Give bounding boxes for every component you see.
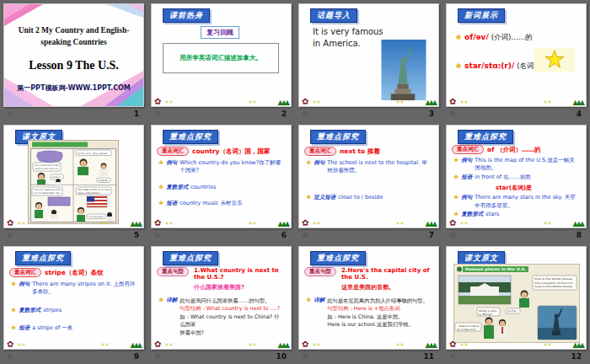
keyword-headline: of （介词）……的 <box>487 146 541 154</box>
row-text: stars <box>485 211 579 218</box>
slide-cell-3: 话题导入 It is very famous in America. <box>295 0 442 121</box>
flower-decoration-icon: ✿ <box>302 219 308 228</box>
section-header-badge: 重难点探究 <box>163 130 218 144</box>
sentence-headline: 2.Here's the capital city of the U.S. <box>341 267 433 281</box>
sparkle-decoration-icon: ⁎⁎ <box>396 220 405 227</box>
grass-decoration-icon: ▲▲▲ <box>573 99 583 106</box>
row-label: 例句 <box>19 281 30 288</box>
star-bullet-icon: ★ <box>455 33 462 41</box>
famous-text-line1: It is very famous <box>313 27 384 36</box>
slide-thumbnail-9[interactable]: 重难点探究 重点词汇 stripe（名词）条纹 ★ 例句 There are m… <box>3 246 144 350</box>
row-label: 例句 <box>461 157 472 164</box>
slide-thumbnail-11[interactable]: 重难点探究 重点句型 2.Here's the capital city of … <box>298 246 439 350</box>
girl-character <box>519 298 529 308</box>
sparkle-decoration-icon: ⁎⁎ <box>249 99 257 105</box>
row-text: countries <box>190 184 284 191</box>
slide-thumbnail-2[interactable]: 课前热身 复习回顾 用所学英语词汇描述加拿大。 ✿ ⁎⁎ ⁎⁎ ▲▲▲ <box>151 3 292 107</box>
row-label: 短语 <box>19 324 30 332</box>
slide-thumbnail-7[interactable]: 重难点探究 重点词汇 next to 挨着 ★ 例句 The school is… <box>298 125 439 228</box>
svg-text:stars and stripes.: stars and stripes. <box>78 192 101 195</box>
slide-thumbnail-5[interactable]: 课文原文 This is a map of the U.S. What coun… <box>3 125 144 228</box>
svg-text:Li Ming?: Li Ming? <box>479 313 493 316</box>
textbook-page-image: Famous places in the U.S. This is the Wh… <box>453 264 580 343</box>
slide-thumbnail-12[interactable]: 课文原文 Famous places in the U.S. This is t… <box>446 246 587 350</box>
sparkle-decoration-icon: ⁎⁎ <box>18 220 26 227</box>
sub-headline: star(名词)星 <box>496 184 586 192</box>
flower-decoration-icon: ✿ <box>154 340 161 349</box>
girl-character <box>78 167 88 175</box>
animation-indicator-icon[interactable]: ☆ <box>154 108 161 120</box>
row-text: There are many stripes on it. 上面有许多条纹。 <box>32 281 137 297</box>
sparkle-decoration-icon: ⁎⁎ <box>165 220 174 227</box>
section-header-badge: 课前热身 <box>163 8 210 23</box>
slide-number: 9 <box>134 351 139 362</box>
textbook-comic-image: This is a map of the U.S. What country i… <box>28 140 119 224</box>
svg-text:country is next to the U.S.?: country is next to the U.S.? <box>35 168 60 170</box>
flower-decoration-icon: ✿ <box>154 219 161 228</box>
animation-indicator-icon[interactable]: ☆ <box>7 108 13 120</box>
row-text: in front of 在……前面 <box>475 174 579 181</box>
keyword-badge: 重点词汇 <box>157 147 189 156</box>
sparkle-decoration-icon: ⁎⁎ <box>18 341 26 348</box>
slide-thumbnail-8[interactable]: 重难点探究 重点词汇 of （介词）……的 ★ 例句 This is the m… <box>446 125 587 228</box>
slide-cell-6: 重难点探究 重点词汇 country（名词）国，国家 ★ 例句 Which co… <box>148 121 295 243</box>
row-text: a stripe of 一条 <box>32 324 137 332</box>
row-text: Which country do you know?你了解哪个国家? <box>180 159 284 175</box>
row-label: 详解 <box>314 297 324 304</box>
slide-thumbnail-10[interactable]: 重难点探究 重点句型 1.What country is next to the… <box>151 246 292 350</box>
girl-character <box>35 210 43 218</box>
flower-decoration-icon: ✿ <box>449 340 456 349</box>
animation-indicator-icon[interactable]: ☆ <box>302 229 308 241</box>
svg-text:Canada. It's...: Canada. It's... <box>52 176 62 179</box>
lesson-title: Lesson 9 The U.S. <box>4 59 143 72</box>
slide-number: 1 <box>134 108 139 120</box>
slide-thumbnail-4[interactable]: 新词展示 ★ of/əv/ (介词)……的 ★ star/stɑ:(r)/ (名… <box>446 3 587 107</box>
svg-text:It's red, white and blue.: It's red, white and blue. <box>88 216 104 218</box>
sparkle-decoration-icon: ⁎⁎ <box>313 99 321 105</box>
animation-indicator-icon[interactable]: ☆ <box>302 108 308 120</box>
task-box: 用所学英语词汇描述加拿大。 <box>163 43 279 73</box>
slide-cell-10: 重难点探究 重点句型 1.What country is next to the… <box>148 243 295 364</box>
svg-text:This is a map of the U.S. What: This is a map of the U.S. What <box>35 164 59 167</box>
statue-of-liberty-image <box>379 40 428 100</box>
boy-character <box>51 214 57 219</box>
unit-title-line2: speaking Countries <box>40 38 106 46</box>
star-bullet-icon: ★ <box>306 159 311 167</box>
star-bullet-icon: ★ <box>306 194 311 201</box>
word-entry: ★ of/əv/ (介词)……的 <box>455 33 586 43</box>
task-text: 用所学英语词汇描述加拿大。 <box>180 54 262 62</box>
animation-indicator-icon[interactable]: ☆ <box>7 351 13 362</box>
boy-character <box>99 169 108 176</box>
row-label: 复数形式 <box>461 211 483 218</box>
star-bullet-icon: ★ <box>11 324 16 332</box>
sparkle-decoration-icon: ⁎⁎ <box>544 341 552 348</box>
comic-banner <box>32 142 88 147</box>
grass-decoration-icon: ▲▲▲ <box>426 342 436 349</box>
row-text: stripes <box>43 307 137 314</box>
sparkle-decoration-icon: ⁎⁎ <box>165 99 174 105</box>
star-shape <box>545 51 563 67</box>
animation-indicator-icon[interactable]: ☆ <box>302 351 308 362</box>
unit-title: Unit 2 My Country and English- speaking … <box>4 4 143 72</box>
star-bullet-icon: ★ <box>158 159 164 167</box>
animation-indicator-icon[interactable]: ☆ <box>449 351 456 362</box>
sparkle-decoration-icon: ⁎⁎ <box>396 341 405 348</box>
row-label: 复数形式 <box>19 307 40 314</box>
slide-number: 12 <box>571 351 582 362</box>
slide-thumbnail-6[interactable]: 重难点探究 重点词汇 country（名词）国，国家 ★ 例句 Which co… <box>151 125 292 228</box>
sentence-headline: 1.What country is next to the U.S.? <box>194 267 286 281</box>
animation-indicator-icon[interactable]: ☆ <box>449 229 456 241</box>
star-bullet-icon: ★ <box>453 157 459 164</box>
animation-indicator-icon[interactable]: ☆ <box>449 108 456 120</box>
city-picture <box>48 197 70 206</box>
flower-decoration-icon: ✿ <box>449 98 456 106</box>
slide-thumbnail-3[interactable]: 话题导入 It is very famous in America. <box>298 3 439 107</box>
slide-cell-8: 重难点探究 重点词汇 of （介词）……的 ★ 例句 This is the m… <box>442 121 590 243</box>
row-label: 近义短语 <box>314 194 335 201</box>
unit-title-line1: Unit 2 My Country and English- <box>19 26 130 35</box>
animation-indicator-icon[interactable]: ☆ <box>7 229 13 241</box>
animation-indicator-icon[interactable]: ☆ <box>154 351 161 362</box>
slide-number: 7 <box>429 229 434 241</box>
animation-indicator-icon[interactable]: ☆ <box>154 229 161 241</box>
slide-thumbnail-1[interactable]: Unit 2 My Country and English- speaking … <box>3 3 144 107</box>
